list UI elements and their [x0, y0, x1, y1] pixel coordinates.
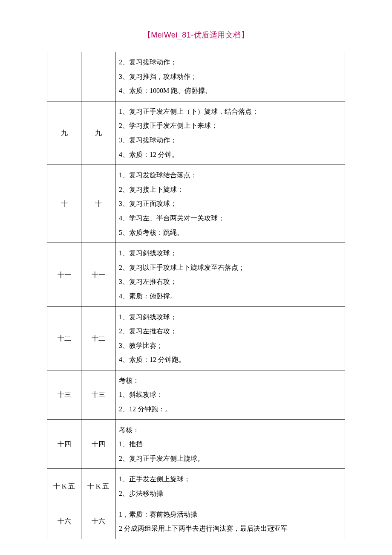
content-cell: 考核： 1、斜线攻球： 2、12 分钟跑：。 — [115, 370, 345, 419]
week-col-b: 十一 — [81, 243, 115, 306]
table-row: 十一十一1、复习斜线攻球； 2、复习以正手攻球上下旋球发至右落点； 3、复习左推… — [47, 243, 345, 306]
table-row: 九九1、复习正手发左侧上（下）旋球，结合落点； 2、学习接正手发左侧上下来球； … — [47, 101, 345, 165]
content-cell: 1、复习斜线攻球； 2、复习以正手攻球上下旋球发至右落点； 3、复习左推右攻； … — [115, 243, 345, 306]
week-col-a: 十 — [47, 165, 81, 243]
content-cell: 1、复习正手发左侧上（下）旋球，结合落点； 2、学习接正手发左侧上下来球； 3、… — [115, 101, 345, 165]
table-row: 2、复习搓球动作； 3、复习推挡，攻球动作； 4、素质：1000M 跑、俯卧撑。 — [47, 52, 345, 101]
week-col-b: 九 — [81, 101, 115, 165]
table-row: 十二十二1、复习斜线攻球； 2、复习左推右攻； 3、教学比赛； 4、素质：12 … — [47, 306, 345, 370]
table-row: 十四十四考核： 1、推挡 2、复习正手发左侧上旋球。 — [47, 419, 345, 469]
week-col-a: 十一 — [47, 243, 81, 306]
table-row: 十十1、复习发旋球结合落点； 2、复习接上下旋球； 3、复习正面攻球； 4、学习… — [47, 165, 345, 243]
document-page: 【MeiWei_81-优质适用文档】 2、复习搓球动作； 3、复习推挡，攻球动作… — [0, 0, 392, 555]
week-col-a: 十三 — [47, 370, 81, 419]
page-header: 【MeiWei_81-优质适用文档】 — [47, 30, 345, 40]
week-col-a: 十 K 五 — [47, 469, 81, 504]
content-cell: 考核： 1、推挡 2、复习正手发左侧上旋球。 — [115, 419, 345, 469]
week-col-b: 十四 — [81, 419, 115, 469]
week-col-a — [47, 52, 81, 101]
content-cell: 1、正手发左侧上旋球； 2、步法移动操 — [115, 469, 345, 504]
week-col-a: 十四 — [47, 419, 81, 469]
content-cell: 1、复习发旋球结合落点； 2、复习接上下旋球； 3、复习正面攻球； 4、学习左、… — [115, 165, 345, 243]
week-col-a: 十六 — [47, 504, 81, 539]
week-col-a: 九 — [47, 101, 81, 165]
week-col-b: 十六 — [81, 504, 115, 539]
content-cell: 2、复习搓球动作； 3、复习推挡，攻球动作； 4、素质：1000M 跑、俯卧撑。 — [115, 52, 345, 101]
content-cell: 1，素质：赛前热身活动操 2 分成两组采用上下两半去进行淘汰赛，最后决出冠亚军 — [115, 504, 345, 539]
table-row: 十六十六1，素质：赛前热身活动操 2 分成两组采用上下两半去进行淘汰赛，最后决出… — [47, 504, 345, 539]
week-col-b: 十二 — [81, 306, 115, 370]
schedule-table: 2、复习搓球动作； 3、复习推挡，攻球动作； 4、素质：1000M 跑、俯卧撑。… — [47, 52, 345, 539]
table-row: 十 K 五十 K 五1、正手发左侧上旋球； 2、步法移动操 — [47, 469, 345, 504]
week-col-b — [81, 52, 115, 101]
content-cell: 1、复习斜线攻球； 2、复习左推右攻； 3、教学比赛； 4、素质：12 分钟跑。 — [115, 306, 345, 370]
week-col-a: 十二 — [47, 306, 81, 370]
table-row: 十三十三考核： 1、斜线攻球： 2、12 分钟跑：。 — [47, 370, 345, 419]
week-col-b: 十 — [81, 165, 115, 243]
week-col-b: 十三 — [81, 370, 115, 419]
week-col-b: 十 K 五 — [81, 469, 115, 504]
